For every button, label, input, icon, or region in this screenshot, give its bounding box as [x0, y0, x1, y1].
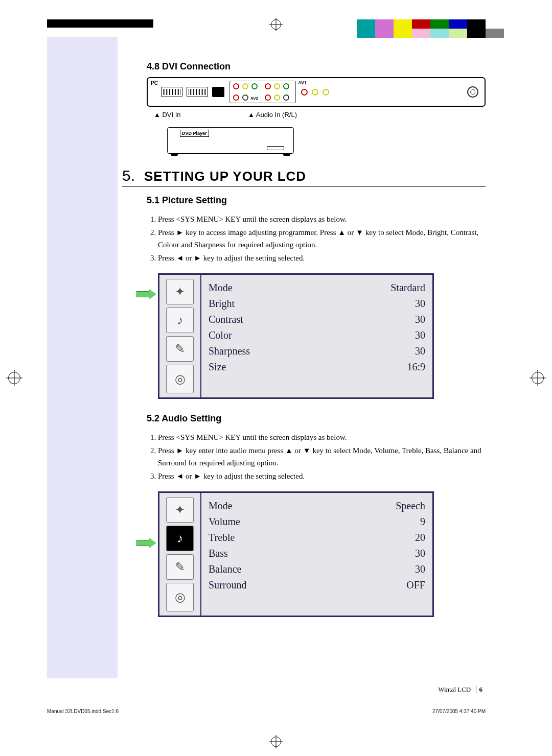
osd-label: Volume — [209, 514, 240, 530]
rca-yellow-icon — [274, 83, 280, 89]
dvd-buttons-icon — [267, 146, 284, 150]
section-5-1-heading: 5.1 Picture Setting — [147, 195, 486, 206]
rca-icon — [283, 94, 289, 101]
audio-icon: ♪ — [166, 308, 194, 333]
region-icon: ◎ — [166, 365, 194, 393]
audio-in-label: ▲ Audio In (R/L) — [248, 111, 297, 119]
sidebar-tint — [47, 37, 118, 678]
osd-row: Contrast30 — [209, 312, 425, 327]
osd-value: 30 — [415, 296, 425, 312]
osd-value: 30 — [415, 312, 425, 327]
dvd-player-label: DVD Player — [180, 130, 209, 137]
av2-label: AV2 — [250, 96, 258, 101]
osd-value: 20 — [415, 530, 425, 546]
osd-body: ModeStardardBright30Contrast30Color30Sha… — [201, 275, 432, 397]
osd-label: Mode — [209, 498, 233, 514]
dvi-in-label: ▲ DVI In — [154, 111, 181, 119]
section-4-8-heading: 4.8 DVI Connection — [147, 61, 486, 72]
rca-red-icon — [233, 83, 239, 89]
osd-row: Color30 — [209, 327, 425, 343]
rca-yellow-icon — [323, 89, 329, 96]
osd-row: SurroundOFF — [209, 577, 425, 593]
step-item: Press ◄ or ► key to adjust the setting s… — [158, 470, 486, 482]
step-item: Press ◄ or ► key to adjust the setting s… — [158, 252, 486, 264]
osd-value: Speech — [396, 498, 425, 514]
print-timestamp: 27/07/2005 4:37:40 PM — [432, 708, 486, 714]
tv-rear-panel: PC AV1 AV2 — [147, 77, 486, 107]
settings-icon: ✎ — [166, 336, 194, 362]
page-footer: Wintal LCD 6 — [438, 686, 486, 694]
osd-value: 30 — [415, 546, 425, 561]
osd-label: Treble — [209, 530, 235, 546]
audio-osd-menu: ✦ ♪ ✎ ◎ ModeSpeechVolume9Treble20Bass30B… — [158, 491, 434, 617]
registration-mark-icon — [532, 372, 544, 384]
av1-label: AV1 — [298, 80, 307, 85]
osd-value: 9 — [420, 514, 425, 530]
rca-yellow-icon — [312, 89, 318, 96]
rca-green-icon — [251, 83, 258, 89]
region-icon: ◎ — [166, 583, 194, 611]
footer-page-number: 6 — [476, 686, 483, 693]
density-bar — [47, 19, 153, 28]
section-5-2-heading: 5.2 Audio Setting — [147, 413, 486, 424]
osd-label: Surround — [209, 577, 246, 593]
rca-icon — [242, 94, 248, 101]
rca-red-icon — [265, 83, 271, 89]
osd-value: 30 — [415, 561, 425, 577]
registration-mark-icon — [8, 372, 20, 384]
rca-red-icon — [265, 94, 271, 101]
osd-row: Bass30 — [209, 546, 425, 561]
rca-yellow-icon — [274, 94, 280, 101]
picture-icon: ✦ — [166, 279, 194, 304]
settings-icon: ✎ — [166, 554, 194, 580]
chapter-number: 5. — [122, 167, 135, 184]
horizontal-rule — [122, 186, 486, 187]
osd-value: Stardard — [390, 280, 425, 296]
step-item: Press <SYS MENU> KEY until the screen di… — [158, 213, 486, 225]
rca-red-icon — [301, 89, 308, 96]
footer-brand: Wintal LCD — [438, 686, 471, 693]
audio-icon: ♪ — [166, 526, 194, 551]
registration-mark-icon — [271, 737, 281, 747]
vga-port-icon — [161, 87, 182, 97]
osd-label: Bright — [209, 296, 235, 312]
port-icon — [212, 87, 224, 97]
osd-row: Balance30 — [209, 561, 425, 577]
step-item: Press ► key enter into audio menu press … — [158, 444, 486, 469]
dvi-connection-diagram: PC AV1 AV2 — [147, 77, 486, 154]
osd-row: Volume9 — [209, 514, 425, 530]
osd-value: 30 — [415, 327, 425, 343]
av-port-group: AV1 AV2 — [229, 81, 296, 103]
osd-label: Mode — [209, 280, 233, 296]
color-calibration-strip — [357, 19, 505, 38]
registration-mark-icon — [271, 19, 281, 30]
osd-row: Size16:9 — [209, 359, 425, 375]
osd-row: ModeStardard — [209, 280, 425, 296]
dvd-player-icon: DVD Player — [167, 127, 294, 154]
step-item: Press ► key to access image adjusting pr… — [158, 226, 486, 251]
picture-setting-steps: Press <SYS MENU> KEY until the screen di… — [147, 213, 486, 264]
printer-marks-top — [0, 9, 552, 40]
rca-red-icon — [233, 94, 239, 101]
osd-label: Sharpness — [209, 343, 250, 359]
audio-setting-steps: Press <SYS MENU> KEY until the screen di… — [147, 431, 486, 482]
print-footer: Manual 32LDVD05.indd Sec1:6 27/07/2005 4… — [47, 708, 486, 714]
osd-label: Balance — [209, 561, 241, 577]
osd-label: Bass — [209, 546, 228, 561]
step-item: Press <SYS MENU> KEY until the screen di… — [158, 431, 486, 443]
connection-labels: ▲ DVI In ▲ Audio In (R/L) — [147, 107, 486, 127]
pointer-arrow-icon — [136, 538, 157, 548]
osd-label: Contrast — [209, 312, 243, 327]
picture-icon: ✦ — [166, 497, 194, 523]
osd-row: Bright30 — [209, 296, 425, 312]
rca-green-icon — [283, 83, 289, 89]
osd-row: Sharpness30 — [209, 343, 425, 359]
osd-label: Size — [209, 359, 226, 375]
dvi-port-icon — [187, 87, 208, 97]
coax-antenna-icon — [467, 86, 478, 98]
osd-icon-column: ✦ ♪ ✎ ◎ — [159, 493, 201, 616]
chapter-title: SETTING UP YOUR LCD — [144, 169, 306, 184]
pc-port-label: PC — [151, 80, 158, 86]
osd-label: Color — [209, 327, 232, 343]
rca-yellow-icon — [242, 83, 248, 89]
